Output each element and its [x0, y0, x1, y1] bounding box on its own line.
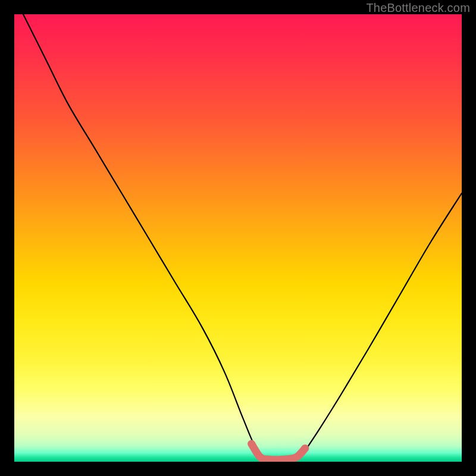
chart-frame: TheBottleneck.com: [0, 0, 476, 476]
left-curve-path: [23, 14, 265, 458]
pink-highlight-path: [252, 444, 305, 460]
right-curve-path: [300, 193, 462, 458]
plot-area: [14, 14, 462, 462]
curve-layer: [14, 14, 462, 462]
attribution-text: TheBottleneck.com: [366, 1, 470, 15]
